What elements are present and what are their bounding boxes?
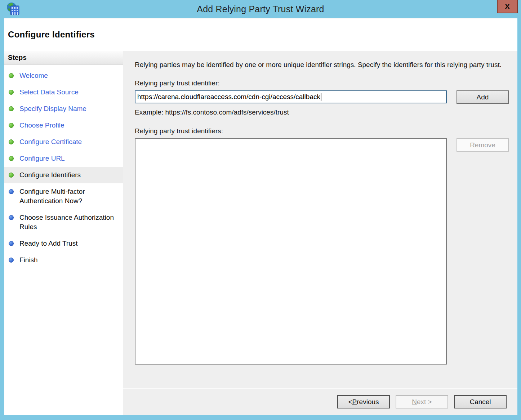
sidebar-step-choose-profile[interactable]: Choose Profile: [4, 117, 123, 134]
step-status-icon: [9, 189, 14, 194]
steps-sidebar: Steps WelcomeSelect Data SourceSpecify D…: [4, 51, 123, 415]
step-label: Welcome: [19, 71, 48, 80]
page-title: Configure Identifiers: [8, 30, 95, 40]
sidebar-step-finish: Finish: [4, 252, 123, 268]
identifiers-listbox[interactable]: [135, 138, 447, 365]
step-status-icon: [9, 215, 14, 220]
sidebar-step-configure-multi-factor-authentication-now: Configure Multi-factor Authentication No…: [4, 183, 123, 209]
sidebar-step-choose-issuance-authorization-rules: Choose Issuance Authorization Rules: [4, 209, 123, 235]
close-icon: X: [505, 2, 510, 11]
steps-title: Steps: [8, 54, 27, 62]
sidebar-step-configure-identifiers: Configure Identifiers: [4, 167, 123, 183]
step-status-icon: [9, 139, 14, 144]
window-title: Add Relying Party Trust Wizard: [0, 0, 521, 18]
content-area: Relying parties may be identified by one…: [123, 51, 517, 388]
sidebar-step-select-data-source[interactable]: Select Data Source: [4, 84, 123, 100]
step-status-icon: [9, 73, 14, 78]
remove-button[interactable]: Remove: [457, 138, 509, 152]
step-status-icon: [9, 241, 14, 246]
step-status-icon: [9, 173, 14, 178]
step-label: Configure Certificate: [19, 137, 82, 147]
step-status-icon: [9, 258, 14, 263]
sidebar-step-configure-certificate[interactable]: Configure Certificate: [4, 134, 123, 150]
next-button[interactable]: Next >: [396, 395, 448, 408]
previous-button[interactable]: < Previous: [337, 395, 390, 408]
step-status-icon: [9, 123, 14, 128]
sidebar-step-specify-display-name[interactable]: Specify Display Name: [4, 100, 123, 117]
sidebar-step-configure-url[interactable]: Configure URL: [4, 150, 123, 167]
text-caret: [321, 93, 321, 101]
step-label: Configure URL: [19, 154, 65, 163]
main-panel: Relying parties may be identified by one…: [123, 51, 517, 415]
title-bar: Add Relying Party Trust Wizard X: [0, 0, 521, 18]
step-label: Select Data Source: [19, 88, 79, 97]
step-label: Ready to Add Trust: [19, 239, 78, 248]
instruction-text: Relying parties may be identified by one…: [135, 60, 508, 70]
example-text: Example: https://fs.contoso.com/adfs/ser…: [135, 108, 509, 116]
step-label: Configure Multi-factor Authentication No…: [19, 187, 119, 206]
wizard-frame: Configure Identifiers Steps WelcomeSelec…: [4, 18, 517, 415]
close-button[interactable]: X: [497, 0, 518, 13]
identifier-input[interactable]: https://carena.cloudflareaccess.com/cdn-…: [135, 90, 447, 103]
steps-header: Steps: [4, 51, 123, 64]
step-label: Choose Issuance Authorization Rules: [19, 213, 119, 232]
cancel-button[interactable]: Cancel: [454, 395, 507, 408]
steps-list: WelcomeSelect Data SourceSpecify Display…: [4, 64, 123, 268]
identifier-label: Relying party trust identifier:: [135, 79, 509, 87]
identifiers-list-label: Relying party trust identifiers:: [135, 127, 509, 135]
step-status-icon: [9, 106, 14, 111]
step-label: Configure Identifiers: [19, 170, 81, 180]
footer-bar: < Previous Next > Cancel: [123, 388, 517, 415]
add-button[interactable]: Add: [457, 90, 509, 104]
sidebar-step-ready-to-add-trust: Ready to Add Trust: [4, 235, 123, 252]
wizard-window: Add Relying Party Trust Wizard X Configu…: [0, 0, 521, 420]
step-status-icon: [9, 90, 14, 95]
step-label: Specify Display Name: [19, 104, 86, 113]
identifier-input-value: https://carena.cloudflareaccess.com/cdn-…: [137, 93, 320, 101]
page-header: Configure Identifiers: [4, 18, 517, 51]
step-status-icon: [9, 156, 14, 161]
sidebar-step-welcome[interactable]: Welcome: [4, 67, 123, 84]
step-label: Finish: [19, 255, 38, 265]
step-label: Choose Profile: [19, 121, 64, 130]
